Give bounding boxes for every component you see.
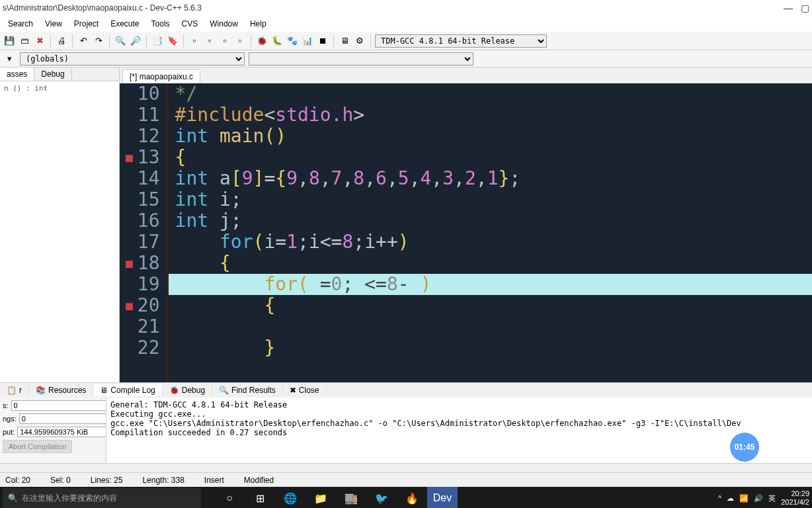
tray-cloud-icon[interactable]: ☁ <box>727 494 734 503</box>
goto-icon[interactable]: 📑 <box>151 34 164 48</box>
status-col: Col: 20 <box>5 476 30 485</box>
editor-area: [*] maopaopaixu.c 101112▪1314151617▪1819… <box>120 67 812 382</box>
minimize-button[interactable]: — <box>784 3 793 13</box>
status-length: Length: 338 <box>142 476 184 485</box>
scope-select[interactable]: (globals) <box>20 52 245 65</box>
save-icon[interactable]: 💾 <box>3 34 16 48</box>
tool2-icon[interactable]: ⚙ <box>353 34 366 48</box>
devcpp-icon[interactable]: Dev <box>427 487 458 508</box>
bottom-content: s: ngs: put: Abort Compilation General: … <box>0 398 812 463</box>
class-item[interactable]: n () : int <box>4 84 48 93</box>
side-tab-classes[interactable]: asses <box>0 67 34 81</box>
compile-icon[interactable]: ▫ <box>188 34 201 48</box>
compilerun-icon[interactable]: ▫ <box>218 34 231 48</box>
edge-icon[interactable]: 🌐 <box>275 487 305 508</box>
saveall-icon[interactable]: 🗃 <box>18 34 31 48</box>
bottom-tab-close[interactable]: ✖Close <box>283 384 327 396</box>
bottom-tab-compile-log[interactable]: 🖥Compile Log <box>93 384 162 396</box>
menu-tools[interactable]: Tools <box>146 18 175 30</box>
stat-s-label: s: <box>3 402 9 409</box>
abort-button[interactable]: Abort Compilation <box>3 440 72 453</box>
debugover-icon[interactable]: 🐾 <box>286 34 299 48</box>
search-placeholder: 在这里输入你要搜索的内容 <box>22 493 117 504</box>
tool1-icon[interactable]: 🖥 <box>338 34 351 48</box>
bookmark-icon[interactable]: 🔖 <box>166 34 179 48</box>
app2-icon[interactable]: 🔥 <box>397 487 427 508</box>
menu-cvs[interactable]: CVS <box>177 18 204 30</box>
file-tabs: [*] maopaopaixu.c <box>120 67 812 83</box>
menu-project[interactable]: Project <box>69 18 104 30</box>
titlebar: s\Administrator\Desktop\maopaopaixu.c - … <box>0 0 812 16</box>
compile-log[interactable]: General: TDM-GCC 4.8.1 64-bit Release Ex… <box>106 398 812 463</box>
gutter: 101112▪1314151617▪1819▪202122 <box>120 83 169 382</box>
tray-lang[interactable]: 英 <box>768 493 776 503</box>
log-scrollbar[interactable] <box>0 463 812 472</box>
run-icon[interactable]: ▫ <box>203 34 216 48</box>
bottom-panel: 📋r📚Resources🖥Compile Log🐞Debug🔍Find Resu… <box>0 382 812 472</box>
bottom-tab-r[interactable]: 📋r <box>0 384 29 396</box>
side-tab-debug[interactable]: Debug <box>34 67 71 81</box>
tray-up-icon[interactable]: ^ <box>718 494 721 502</box>
cortana-icon[interactable]: ○ <box>214 487 245 508</box>
side-tabs: asses Debug <box>0 67 119 81</box>
profile-icon[interactable]: 📊 <box>301 34 314 48</box>
taskbar: 🔍 在这里输入你要搜索的内容 ○ ⊞ 🌐 📁 🏬 🐦 🔥 Dev ^ ☁ 📶 🔊… <box>0 487 812 508</box>
tray-clock[interactable]: 20:29 2021/4/2 <box>781 489 809 507</box>
scope-drop-icon[interactable]: ▾ <box>3 52 16 65</box>
tray-volume-icon[interactable]: 🔊 <box>754 494 763 503</box>
stat-ngs-input[interactable] <box>19 413 116 424</box>
overlay-badge: 01:45 <box>730 433 759 462</box>
status-sel: Sel: 0 <box>50 476 71 485</box>
menu-execute[interactable]: Execute <box>105 18 144 30</box>
code-content[interactable]: */#include<stdio.h>int main(){int a[9]={… <box>169 83 812 382</box>
menubar: Search View Project Execute Tools CVS Wi… <box>0 16 812 32</box>
store-icon[interactable]: 🏬 <box>336 487 366 508</box>
status-modified: Modified <box>244 476 274 485</box>
debugstop-icon[interactable]: ⏹ <box>316 34 329 48</box>
window-title: s\Administrator\Desktop\maopaopaixu.c - … <box>3 3 202 13</box>
tray-wifi-icon[interactable]: 📶 <box>739 494 749 503</box>
menu-view[interactable]: View <box>40 18 67 30</box>
bottom-tabs: 📋r📚Resources🖥Compile Log🐞Debug🔍Find Resu… <box>0 383 812 398</box>
compile-stats: s: ngs: put: Abort Compilation <box>0 398 106 463</box>
maximize-button[interactable]: ▢ <box>801 3 809 13</box>
undo-icon[interactable]: ↶ <box>77 34 90 48</box>
menu-search[interactable]: Search <box>3 18 38 30</box>
member-select[interactable] <box>249 52 473 65</box>
sidebar: asses Debug n () : int <box>0 67 120 382</box>
print-icon[interactable]: 🖨 <box>55 34 68 48</box>
toolbar: 💾 🗃 ✖ 🖨 ↶ ↷ 🔍 🔎 📑 🔖 ▫ ▫ ▫ ▫ 🐞 🐛 🐾 📊 ⏹ 🖥 … <box>0 32 812 50</box>
window-controls: — ▢ <box>784 3 809 13</box>
rebuild-icon[interactable]: ▫ <box>233 34 247 48</box>
taskview-icon[interactable]: ⊞ <box>245 487 275 508</box>
bottom-tab-resources[interactable]: 📚Resources <box>29 384 93 396</box>
stat-s-input[interactable] <box>11 400 108 411</box>
find-icon[interactable]: 🔍 <box>114 34 127 48</box>
search-icon: 🔍 <box>8 493 18 503</box>
menu-help[interactable]: Help <box>245 18 272 30</box>
debugstep-icon[interactable]: 🐛 <box>270 34 284 48</box>
compiler-select[interactable]: TDM-GCC 4.8.1 64-bit Release <box>375 34 547 48</box>
status-insert: Insert <box>204 476 224 485</box>
taskbar-search[interactable]: 🔍 在这里输入你要搜索的内容 <box>3 488 201 508</box>
bottom-tab-debug[interactable]: 🐞Debug <box>163 384 212 396</box>
stat-ngs-label: ngs: <box>3 415 17 423</box>
class-browser[interactable]: n () : int <box>0 81 119 95</box>
statusbar: Col: 20 Sel: 0 Lines: 25 Length: 338 Ins… <box>0 472 812 487</box>
close-icon[interactable]: ✖ <box>33 34 46 48</box>
stat-put-input[interactable] <box>17 427 114 437</box>
explorer-icon[interactable]: 📁 <box>305 487 336 508</box>
app1-icon[interactable]: 🐦 <box>366 487 397 508</box>
debug-icon[interactable]: 🐞 <box>255 34 268 48</box>
code-editor[interactable]: 101112▪1314151617▪1819▪202122 */#include… <box>120 83 812 382</box>
replace-icon[interactable]: 🔎 <box>129 34 142 48</box>
stat-put-label: put: <box>3 428 15 436</box>
redo-icon[interactable]: ↷ <box>92 34 105 48</box>
bottom-tab-find-results[interactable]: 🔍Find Results <box>212 384 283 396</box>
taskbar-tray: ^ ☁ 📶 🔊 英 20:29 2021/4/2 <box>718 489 809 507</box>
main-area: asses Debug n () : int [*] maopaopaixu.c… <box>0 67 812 382</box>
taskbar-icons: ○ ⊞ 🌐 📁 🏬 🐦 🔥 Dev <box>214 487 718 508</box>
file-tab[interactable]: [*] maopaopaixu.c <box>122 69 200 83</box>
menu-window[interactable]: Window <box>204 18 243 30</box>
status-lines: Lines: 25 <box>91 476 123 485</box>
